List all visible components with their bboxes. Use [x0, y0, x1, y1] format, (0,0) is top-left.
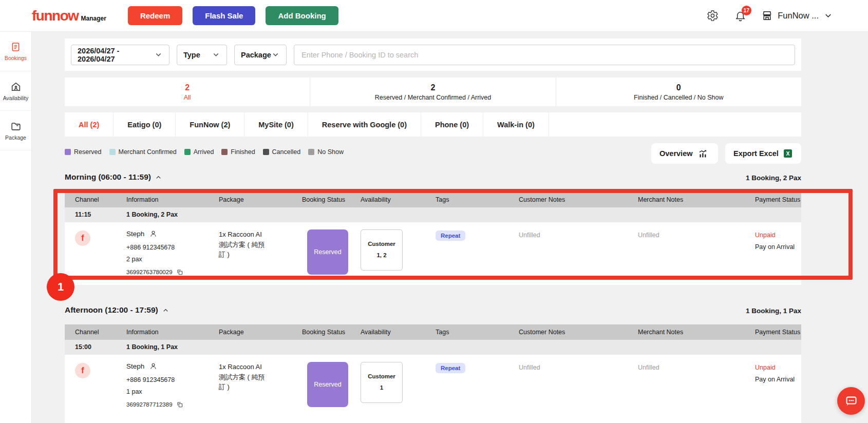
search-field — [294, 45, 795, 65]
bookings-icon — [10, 42, 21, 52]
tab-phone[interactable]: Phone (0) — [421, 112, 483, 137]
chevron-down-icon — [154, 50, 163, 59]
overview-button[interactable]: Overview — [651, 143, 718, 164]
section-summary-morning: 1 Booking, 2 Pax — [746, 174, 801, 182]
tab-walk-in[interactable]: Walk-in (0) — [483, 112, 549, 137]
sidebar-item-package[interactable]: Package — [0, 111, 31, 150]
excel-icon: X — [783, 149, 792, 158]
stat-label: All — [184, 94, 191, 101]
tab-reserve-with-google[interactable]: Reserve with Google (0) — [308, 112, 421, 137]
col-booking-status: Booking Status — [292, 324, 350, 340]
merchant-notes-cell[interactable]: Unfilled — [628, 229, 745, 276]
account-menu[interactable]: FunNow ... — [761, 10, 833, 22]
settings-button[interactable] — [706, 9, 719, 23]
stat-finished-cancelled-noshow[interactable]: 0 Finished / Cancelled / No Show — [556, 78, 801, 106]
pax-count: 2 pax — [126, 256, 209, 263]
booking-row[interactable]: f Steph +886 912345678 2 pax 36992763780… — [65, 222, 801, 285]
no-show-swatch — [308, 149, 314, 155]
funnow-logo: funnow Manager — [32, 9, 106, 23]
tab-all[interactable]: All (2) — [65, 112, 114, 137]
group-summary: 1 Booking, 2 Pax — [116, 207, 801, 222]
col-customer-notes: Customer Notes — [508, 324, 628, 340]
flash-sale-button[interactable]: Flash Sale — [193, 6, 255, 25]
add-booking-button[interactable]: Add Booking — [266, 6, 338, 25]
filter-bar: 2026/04/27 - 2026/04/27 Type Package — [65, 39, 801, 71]
availability-box[interactable]: Customer 1 — [361, 362, 403, 403]
tab-mysite[interactable]: MySite (0) — [244, 112, 308, 137]
bookings-table-afternoon: Channel Information Package Booking Stat… — [65, 324, 801, 423]
stat-reserved-confirmed-arrived[interactable]: 2 Reserved / Merchant Confirmed / Arrive… — [310, 78, 555, 106]
bookings-table-morning: Channel Information Package Booking Stat… — [65, 192, 801, 285]
section-title-morning[interactable]: Morning (06:00 - 11:59) — [65, 172, 162, 182]
customer-phone: +886 912345678 — [126, 376, 209, 383]
reserved-swatch — [65, 149, 71, 155]
repeat-tag: Repeat — [436, 363, 465, 373]
tab-funnow[interactable]: FunNow (2) — [176, 112, 244, 137]
payment-method: Pay on Arrival — [755, 243, 801, 251]
pax-count: 1 pax — [126, 388, 209, 395]
type-select[interactable]: Type — [177, 45, 227, 65]
customer-name: Steph — [126, 362, 144, 370]
col-merchant-notes: Merchant Notes — [628, 324, 745, 340]
arrived-swatch — [184, 149, 191, 155]
stat-label: Finished / Cancelled / No Show — [634, 94, 723, 101]
copy-icon[interactable] — [176, 268, 183, 276]
date-range-select[interactable]: 2026/04/27 - 2026/04/27 — [71, 45, 169, 65]
sidebar-nav: Bookings Availability Package — [0, 32, 32, 423]
stat-value: 2 — [185, 83, 190, 92]
person-icon[interactable] — [149, 362, 158, 371]
stat-value: 0 — [676, 83, 681, 92]
col-payment-status: Payment Status — [745, 324, 801, 340]
export-excel-button[interactable]: Export Excel X — [725, 143, 801, 164]
gear-icon — [707, 10, 719, 22]
payment-status-cell: Unpaid Pay on Arrival — [745, 362, 801, 423]
col-booking-status: Booking Status — [292, 192, 350, 207]
table-header-row: Channel Information Package Booking Stat… — [65, 192, 801, 207]
package-select[interactable]: Package — [234, 45, 287, 65]
merchant-notes-cell[interactable]: Unfilled — [628, 362, 745, 423]
redeem-button[interactable]: Redeem — [128, 6, 182, 25]
col-customer-notes: Customer Notes — [508, 192, 628, 207]
funnow-channel-icon: f — [75, 230, 90, 246]
logo-text: funnow — [32, 9, 79, 23]
person-icon[interactable] — [149, 229, 158, 238]
chat-icon — [844, 394, 858, 408]
customer-notes-cell[interactable]: Unfilled — [508, 229, 628, 276]
type-select-label: Type — [183, 51, 200, 59]
package-select-label: Package — [241, 51, 271, 59]
group-time: 15:00 — [65, 340, 116, 355]
chevron-down-icon — [823, 11, 833, 21]
notifications-button[interactable]: 17 — [733, 9, 747, 23]
customer-notes-cell[interactable]: Unfilled — [508, 362, 628, 423]
col-merchant-notes: Merchant Notes — [628, 192, 745, 207]
section-title-afternoon[interactable]: Afternoon (12:00 - 17:59) — [65, 305, 169, 315]
stat-all[interactable]: 2 All — [65, 78, 310, 106]
availability-box[interactable]: Customer 1, 2 — [361, 229, 403, 271]
search-input[interactable] — [301, 51, 787, 59]
booking-status-cell: Reserved — [292, 229, 350, 276]
payment-status: Unpaid — [755, 232, 801, 239]
group-summary: 1 Booking, 1 Pax — [116, 340, 801, 355]
status-badge[interactable]: Reserved — [307, 229, 348, 275]
chat-fab[interactable] — [837, 387, 865, 415]
sidebar-item-bookings[interactable]: Bookings — [0, 32, 31, 71]
chevron-down-icon — [271, 50, 280, 59]
group-time: 11:15 — [65, 207, 116, 222]
sidebar-item-availability[interactable]: Availability — [0, 71, 31, 111]
time-group-row: 11:15 1 Booking, 2 Pax — [65, 207, 801, 222]
notification-badge: 17 — [742, 6, 752, 15]
booking-id: 36992787712389 — [126, 401, 173, 408]
tab-eatigo[interactable]: Eatigo (0) — [114, 112, 176, 137]
status-badge[interactable]: Reserved — [307, 362, 348, 407]
copy-icon[interactable] — [176, 401, 183, 408]
col-payment-status: Payment Status — [745, 192, 801, 207]
stat-label: Reserved / Merchant Confirmed / Arrived — [375, 94, 491, 101]
chevron-up-icon — [162, 306, 169, 314]
package-cell: 1x Raccoon AI 測試方案 ( 純預 訂 ) — [209, 362, 292, 423]
booking-row[interactable]: f Steph +886 912345678 1 pax 36992787712… — [65, 355, 801, 423]
booking-id: 36992763780029 — [126, 269, 173, 275]
legend-merchant-confirmed: Merchant Confirmed — [109, 148, 177, 156]
chart-icon — [697, 148, 708, 159]
chevron-up-icon — [155, 174, 162, 181]
cancelled-swatch — [263, 149, 269, 155]
